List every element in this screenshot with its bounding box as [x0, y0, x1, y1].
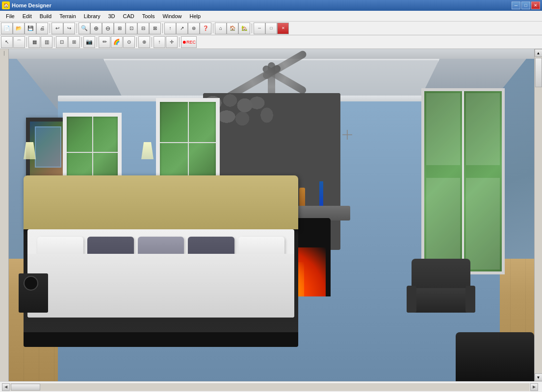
toolbar2: ↖ ⌒ ▦ ▥ ⊡ ⊞ 📷 ✏ 🌈 ⊙ ⊕ ↑ ✛ ⏺REC: [0, 35, 542, 49]
menu-file[interactable]: File: [2, 12, 19, 20]
paint-tool[interactable]: ✏: [99, 36, 110, 48]
menu-library[interactable]: Library: [80, 12, 104, 20]
menu-3d[interactable]: 3D: [104, 12, 119, 20]
scroll-down-arrow[interactable]: ▼: [535, 373, 542, 381]
menu-edit[interactable]: Edit: [19, 12, 36, 20]
sep-t2-4: [97, 37, 97, 47]
move-tool[interactable]: ⊕: [138, 36, 150, 48]
scroll-track-right[interactable]: [535, 57, 542, 373]
rec-button[interactable]: ⏺REC: [181, 36, 197, 48]
inner-controls: ─ □ ✕: [254, 23, 289, 34]
vase-4: [299, 188, 305, 208]
inner-minimize[interactable]: ─: [254, 23, 265, 34]
scrollbar-right[interactable]: ▲ ▼: [534, 49, 542, 381]
menu-bar: File Edit Build Terrain Library 3D CAD T…: [0, 11, 542, 22]
house-btn1[interactable]: ⌂: [215, 23, 227, 34]
sep-t2-1: [26, 37, 27, 47]
zoom-tools: 🔍 ⊕ ⊖ ⊞ ⊡ ⊟ ⊠: [78, 23, 161, 34]
scroll-thumb-horizontal[interactable]: [11, 384, 40, 391]
undo-button[interactable]: ↩: [52, 23, 63, 34]
zoom-glass-button[interactable]: 🔍: [78, 23, 90, 34]
alarm-clock: [24, 276, 38, 291]
duvet: [27, 254, 294, 318]
zoom-extra2[interactable]: ⊠: [149, 23, 161, 34]
canvas-area[interactable]: [9, 49, 534, 381]
sconce-left: [24, 142, 36, 167]
sconce-shade-right: [141, 142, 154, 159]
nav-btn4[interactable]: ❓: [200, 23, 211, 34]
sep-t2-3: [81, 37, 82, 47]
scroll-thumb-right[interactable]: [535, 58, 542, 87]
separator1: [50, 24, 50, 33]
door-panel-right: [464, 91, 502, 271]
title-controls[interactable]: ─ □ ✕: [512, 1, 540, 9]
scroll-left-arrow[interactable]: ◀: [2, 383, 10, 391]
wall-tool[interactable]: ▦: [28, 36, 40, 48]
scroll-right-arrow[interactable]: ▶: [530, 383, 538, 391]
main-area: │: [0, 49, 542, 381]
transform-tool[interactable]: ✛: [166, 36, 178, 48]
toolbar1: 📄 📂 💾 🖨 ↩ ↪ 🔍 ⊕ ⊖ ⊞ ⊡ ⊟ ⊠ ↑ ↗ ⊛ ❓ ⌂ 🏠 🏡 …: [0, 22, 542, 35]
mattress: [27, 229, 294, 318]
arrow-tool[interactable]: ↑: [154, 36, 165, 48]
door-panel-left: [424, 91, 462, 271]
wall-tool2[interactable]: ▥: [41, 36, 52, 48]
close-button[interactable]: ✕: [531, 1, 540, 9]
menu-terrain[interactable]: Terrain: [55, 12, 80, 20]
print-button[interactable]: 🖨: [36, 23, 48, 34]
camera-tool[interactable]: 📷: [83, 36, 95, 48]
fill-tool[interactable]: ⊙: [123, 36, 135, 48]
minimize-button[interactable]: ─: [512, 1, 520, 9]
fit-window-button[interactable]: ⊞: [114, 23, 126, 34]
candle-2: [319, 181, 323, 208]
maximize-button[interactable]: □: [521, 1, 530, 9]
chair-arm-left: [407, 286, 416, 313]
inner-close[interactable]: ✕: [277, 23, 289, 34]
separator2: [77, 24, 77, 33]
app-title: Home Designer: [12, 2, 52, 8]
zoom-out-button[interactable]: ⊖: [102, 23, 114, 34]
scroll-track-horizontal[interactable]: [10, 383, 530, 391]
inner-maximize[interactable]: □: [265, 23, 277, 34]
redo-button[interactable]: ↪: [63, 23, 75, 34]
status-bar: ◀ ▶: [0, 381, 542, 392]
scroll-up-arrow[interactable]: ▲: [535, 49, 542, 57]
view-tools: ⌂ 🏠 🏡: [215, 23, 250, 34]
arc-tool[interactable]: ⌒: [13, 36, 25, 48]
undo-tools: ↩ ↪: [52, 23, 75, 34]
nightstand: [19, 273, 48, 313]
title-bar: 🏠 Home Designer ─ □ ✕: [0, 0, 542, 11]
select-tool[interactable]: ↖: [1, 36, 13, 48]
house-btn2[interactable]: 🏠: [227, 23, 238, 34]
nav-btn3[interactable]: ⊛: [188, 23, 200, 34]
nav-btn2[interactable]: ↗: [176, 23, 188, 34]
bed-foot: [24, 332, 298, 347]
save-button[interactable]: 💾: [25, 23, 36, 34]
separator5: [252, 24, 252, 33]
menu-window[interactable]: Window: [158, 12, 185, 20]
zoom-region-button[interactable]: ⊡: [126, 23, 137, 34]
sep-t2-5: [136, 37, 137, 47]
new-button[interactable]: 📄: [1, 23, 13, 34]
menu-cad[interactable]: CAD: [119, 12, 138, 20]
sep-t2-7: [179, 37, 180, 47]
stair-tool[interactable]: ⊞: [68, 36, 80, 48]
title-left: 🏠 Home Designer: [2, 1, 52, 9]
menu-build[interactable]: Build: [36, 12, 55, 20]
color-tool[interactable]: 🌈: [111, 36, 123, 48]
open-button[interactable]: 📂: [13, 23, 25, 34]
menu-help[interactable]: Help: [186, 12, 205, 20]
sep-t2-6: [152, 37, 152, 47]
zoom-in-button[interactable]: ⊕: [90, 23, 102, 34]
zoom-extra1[interactable]: ⊟: [137, 23, 149, 34]
room-tool[interactable]: ⊡: [56, 36, 68, 48]
left-ruler: │: [0, 49, 9, 381]
nav-btn1[interactable]: ↑: [164, 23, 176, 34]
sconce-shade-left: [24, 142, 36, 159]
house-btn3[interactable]: 🏡: [238, 23, 250, 34]
ceiling-crown: [9, 49, 534, 59]
chair-seat: [407, 288, 475, 313]
app-icon: 🏠: [2, 1, 10, 9]
room-scene: [9, 49, 534, 381]
menu-tools[interactable]: Tools: [138, 12, 159, 20]
